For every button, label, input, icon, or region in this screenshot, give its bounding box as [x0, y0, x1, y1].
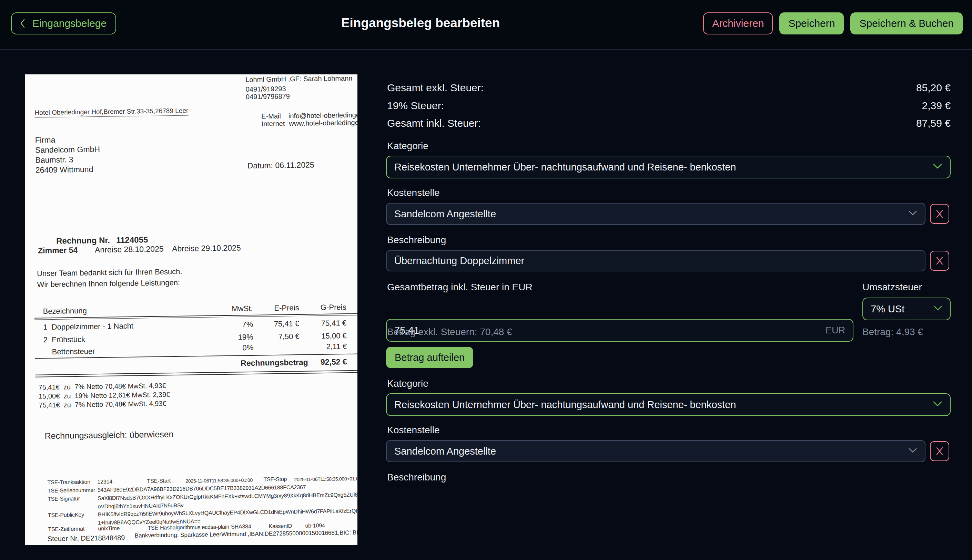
total-excl-tax-label: Gesamt exkl. Steuer: [387, 82, 484, 94]
receipt-phone1: 0491/919293 [246, 85, 286, 93]
category-select-2-value: Reisekosten Unternehmer Über- nachtungsa… [387, 399, 736, 410]
chevron-down-icon [933, 163, 942, 171]
receipt-row-1-name: 1 Doppelzimmer - 1 Nacht [43, 322, 134, 332]
receipt-row-1-unit: 75,41 € [257, 319, 299, 329]
tse-transaction-value: 12314 [97, 479, 112, 485]
receipt-row-1-vat: 7% [200, 320, 253, 330]
receipt-greeting-2: Wir berechnen Ihnen folgende Leistungen: [37, 278, 180, 289]
vat-amount-hint: Betrag: 4,93 € [862, 327, 923, 338]
currency-suffix: EUR [825, 325, 845, 336]
x-icon [935, 209, 944, 218]
receipt-invoice-number: 1124055 [116, 235, 148, 245]
description-label: Beschreibung [387, 235, 446, 245]
category-select-value: Reisekosten Unternehmer Über- nachtungsa… [387, 162, 736, 173]
description-field [386, 250, 925, 272]
receipt-payment-line: Rechnungsausgleich: überwiesen [45, 429, 174, 441]
tse-start-value: 2025-11-06T11:58:35.000+01:00 [185, 477, 253, 484]
x-icon [935, 256, 944, 265]
receipt-web-line: Internetwww.hotel-oberledingerhof.info [246, 110, 357, 136]
receipt-room: Zimmer 54 [38, 245, 78, 255]
archive-button[interactable]: Archivieren [703, 12, 773, 35]
receipt-row-1-total: 75,41 € [301, 318, 346, 328]
tse-serial-value: 543AF960E92DBDA7A96BF23D216DB706DDC5BE17… [97, 484, 306, 493]
receipt-greeting-1: Unser Team bedankt sich für Ihren Besuch… [37, 267, 182, 278]
category-select-2[interactable]: Reisekosten Unternehmer Über- nachtungsa… [386, 393, 950, 416]
receipt-row-2-vat: 19% [201, 333, 253, 342]
receipt-recipient-4: 26409 Wittmund [35, 165, 94, 175]
tse-serial-label: TSE-Seriennummer [48, 487, 95, 494]
clear-cost-center-2-button[interactable] [930, 441, 949, 461]
tse-timeformat-label: TSE-Zeitformat [48, 526, 84, 532]
chevron-left-icon [18, 18, 27, 28]
total-excl-tax-value: 85,20 € [916, 82, 950, 94]
category-label-2: Kategorie [387, 378, 428, 389]
receipt-row-3-vat: 0% [201, 343, 253, 353]
cost-center-select[interactable]: Sandelcom Angestellte [386, 203, 925, 225]
vat-select[interactable]: 7% USt [862, 298, 950, 320]
receipt-arrival: Anreise 28.10.2025 [95, 244, 164, 255]
tse-signature-label: TSE-Signatur [48, 496, 80, 502]
cost-center-label-2: Kostenstelle [387, 425, 440, 436]
chevron-down-icon [908, 210, 917, 218]
tse-hash-value: ecdsa-plain-SHA384 [202, 523, 251, 530]
receipt-departure: Abreise 29.10.2025 [172, 243, 241, 253]
receipt-tax-line-1: 75,41€ zu 7% Netto 70,48€ MwSt. 4,93€ [38, 382, 167, 391]
receipt-row-2-total: 15,00 € [302, 331, 347, 341]
split-amount-button[interactable]: Betrag aufteilen [386, 347, 473, 368]
receipt-col-mwst: MwSt. [200, 304, 253, 314]
tse-timeformat-value: unixTime [98, 525, 120, 532]
back-button-label: Eingangsbelege [32, 18, 107, 29]
cost-center-select-2-value: Sandelcom Angestellte [387, 446, 496, 457]
receipt-total-label: Rechnungsbetrag [208, 358, 308, 368]
receipt-row-2-unit: 7,50 € [257, 332, 299, 342]
vat-label: Umsatzsteuer [862, 282, 922, 293]
receipt-phone2: 0491/9796879 [246, 92, 290, 101]
receipt-sender-line: Hotel Oberledinger Hof,Bremer Str.33-35,… [35, 107, 188, 117]
tse-pubkey-label: TSE-PublicKey [48, 512, 84, 518]
back-button[interactable]: Eingangsbelege [11, 12, 116, 35]
total-incl-tax-label: Gesamt inkl. Steuer: [387, 117, 481, 129]
receipt-invoice-label: Rechnung Nr. [56, 235, 110, 245]
tse-start-label: TSE-Start [147, 478, 170, 484]
cost-center-select-value: Sandelcom Angestellte [387, 208, 496, 220]
clear-cost-center-button[interactable] [930, 204, 949, 224]
receipt-recipient-2: Sandelcom GmbH [35, 145, 100, 155]
total-incl-tax-value: 87,59 € [916, 117, 950, 129]
category-select[interactable]: Reisekosten Unternehmer Über- nachtungsa… [386, 156, 950, 178]
save-button[interactable]: Speichern [779, 12, 844, 35]
receipt-row-2-name: 2 Frühstück [43, 335, 85, 345]
receipt-col-epreis: E-Preis [257, 303, 299, 313]
chevron-down-icon [908, 448, 917, 455]
receipt-tax-number: Steuer-Nr. DE218848489 [48, 534, 125, 543]
tse-hash-label: TSE-Hashalgorithmus [147, 524, 200, 531]
receipt-vat-id-line: USt-IdN: DE218848489 [48, 544, 122, 545]
top-bar: Eingangsbelege Eingangsbeleg bearbeiten … [0, 0, 972, 50]
receipt-tax-line-3: 75,41€ zu 7% Netto 70,48€ MwSt. 4,93€ [38, 400, 167, 409]
receipt-web-label: Internet [261, 120, 285, 127]
receipt-content: Hotel Oberledinger Hof,Bremer Str.33-35,… [25, 74, 357, 545]
receipt-recipient-3: Baumstr. 3 [35, 155, 73, 165]
receipt-row-3-name: Bettensteuer [43, 347, 95, 357]
cost-center-label: Kostenstelle [387, 187, 440, 198]
save-and-book-button[interactable]: Speichern & Buchen [850, 12, 963, 35]
tax-19-label: 19% Steuer: [387, 100, 444, 112]
tse-kassenid-label: KassenID [269, 523, 292, 529]
receipt-col-bezeichnung: Bezeichnung [43, 307, 87, 316]
receipt-tax-line-2: 15,00€ zu 19% Netto 12,61€ MwSt. 2,39€ [38, 390, 170, 400]
description-input[interactable] [387, 255, 925, 267]
receipt-row-3-total: 2,11 € [302, 342, 347, 352]
vat-select-value: 7% USt [863, 303, 904, 315]
receipt-recipient-1: Firma [35, 135, 55, 145]
tse-stop-value: 2025-11-06T11:58:35.000+01:00 [294, 476, 357, 482]
page-title: Eingangsbeleg bearbeiten [341, 16, 500, 30]
receipt-web: www.hotel-oberledingerhof.info [289, 118, 357, 127]
clear-description-button[interactable] [930, 251, 949, 271]
receipt-company: Lohml GmbH ,GF: Sarah Lohmann [246, 74, 352, 84]
cost-center-select-2[interactable]: Sandelcom Angestellte [386, 440, 925, 462]
receipt-total-value: 92,52 € [302, 357, 347, 367]
tax-19-value: 2,39 € [922, 100, 950, 112]
tse-signature-value-2: oVDhqj6thYn1xuvHNUAId7N5uBSv [97, 502, 184, 510]
tse-stop-label: TSE-Stop [263, 476, 287, 483]
receipt-scan: Hotel Oberledinger Hof,Bremer Str.33-35,… [25, 74, 357, 545]
category-label: Kategorie [387, 140, 428, 152]
